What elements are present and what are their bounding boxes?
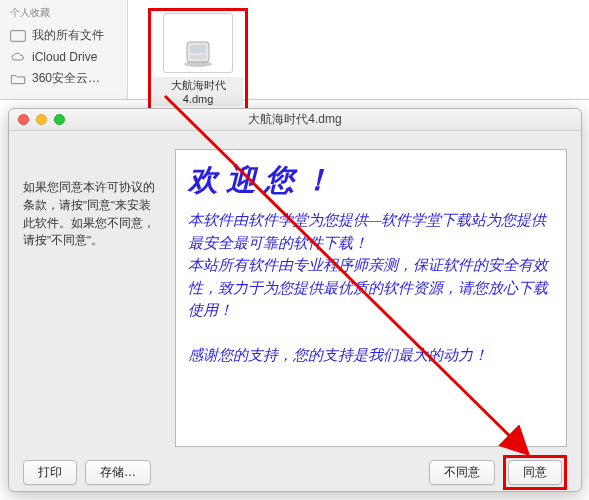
sidebar-header: 个人收藏 <box>0 4 127 24</box>
window-controls <box>9 114 65 125</box>
sidebar-item-all-files[interactable]: 我的所有文件 <box>0 24 127 47</box>
welcome-heading: 欢迎您！ <box>188 160 554 201</box>
dialog-body: 如果您同意本许可协议的条款，请按"同意"来安装此软件。如果您不同意，请按"不同意… <box>9 131 581 447</box>
dialog-buttons: 打印 存储… 不同意 同意 <box>9 447 581 498</box>
dialog-title: 大航海时代4.dmg <box>9 111 581 128</box>
print-button[interactable]: 打印 <box>23 460 77 485</box>
sidebar-item-label: iCloud Drive <box>32 50 97 64</box>
sidebar-item-icloud[interactable]: iCloud Drive <box>0 47 127 67</box>
cloud-icon <box>10 51 26 63</box>
file-label: 大航海时代4.dmg <box>153 77 243 106</box>
file-item-dmg[interactable]: 大航海时代4.dmg <box>153 13 243 106</box>
license-dialog: 大航海时代4.dmg 如果您同意本许可协议的条款，请按"同意"来安装此软件。如果… <box>8 108 582 492</box>
annotation-agree-highlight: 同意 <box>503 455 567 490</box>
welcome-body: 本软件由软件学堂为您提供—软件学堂下载站为您提供最安全最可靠的软件下载！ 本站所… <box>188 209 554 367</box>
folder-icon <box>10 73 26 85</box>
svg-rect-0 <box>11 30 26 41</box>
license-content: 欢迎您！ 本软件由软件学堂为您提供—软件学堂下载站为您提供最安全最可靠的软件下载… <box>175 149 567 447</box>
dialog-titlebar: 大航海时代4.dmg <box>9 109 581 131</box>
save-button[interactable]: 存储… <box>85 460 151 485</box>
all-files-icon <box>10 30 26 42</box>
license-notice: 如果您同意本许可协议的条款，请按"同意"来安装此软件。如果您不同意，请按"不同意… <box>23 149 163 447</box>
svg-rect-3 <box>190 45 206 53</box>
finder-window: 个人收藏 我的所有文件 iCloud Drive 360安全云… <box>0 0 589 100</box>
sidebar-item-360cloud[interactable]: 360安全云… <box>0 67 127 90</box>
dmg-icon <box>163 13 233 73</box>
files-area: 大航海时代4.dmg <box>128 0 589 99</box>
svg-rect-4 <box>190 55 206 59</box>
sidebar-item-label: 我的所有文件 <box>32 27 104 44</box>
maximize-icon[interactable] <box>54 114 65 125</box>
sidebar-item-label: 360安全云… <box>32 70 100 87</box>
disagree-button[interactable]: 不同意 <box>429 460 495 485</box>
minimize-icon[interactable] <box>36 114 47 125</box>
close-icon[interactable] <box>18 114 29 125</box>
agree-button[interactable]: 同意 <box>508 460 562 485</box>
annotation-file-highlight: 大航海时代4.dmg <box>148 8 248 111</box>
finder-sidebar: 个人收藏 我的所有文件 iCloud Drive 360安全云… <box>0 0 128 99</box>
